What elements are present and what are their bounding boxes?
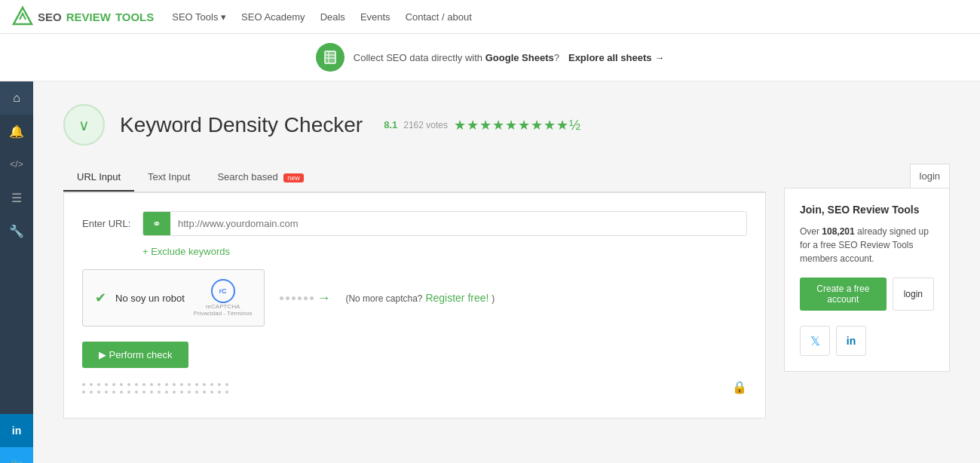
dots-pattern	[82, 383, 747, 394]
nav-deals[interactable]: Deals	[320, 11, 345, 23]
linkedin-login-button[interactable]: in	[836, 326, 866, 356]
url-icon-button[interactable]: ⚭	[143, 212, 170, 235]
recaptcha-brand: reCAPTCHA	[206, 303, 240, 310]
join-count: 108,201	[822, 226, 854, 237]
exclude-keywords-link[interactable]: + Exclude keywords	[142, 246, 230, 257]
brand-tools: TOOLS	[115, 11, 154, 23]
logo-icon	[12, 6, 33, 27]
captcha-check-icon: ✔	[95, 290, 106, 306]
twitter-icon: 🐦	[11, 458, 23, 463]
tab-search-based[interactable]: Search based new	[204, 164, 317, 192]
code-icon: </>	[10, 159, 23, 170]
tool-title: Keyword Density Checker	[120, 113, 363, 137]
url-label: Enter URL:	[82, 218, 135, 229]
content-area: URL Input Text Input Search based new En…	[63, 164, 950, 419]
tab-url-input[interactable]: URL Input	[63, 164, 134, 192]
captcha-row: ✔ No soy un robot rC reCAPTCHA Privacida…	[82, 269, 747, 327]
tool-form-area: URL Input Text Input Search based new En…	[63, 164, 766, 419]
join-text-post: already signed up for a free SEO Review …	[800, 226, 929, 264]
nav-contact[interactable]: Contact / about	[406, 11, 472, 23]
tab-text-input[interactable]: Text Input	[134, 164, 204, 192]
perform-check-button[interactable]: ▶ Perform check	[82, 342, 188, 368]
tool-icon-circle[interactable]: ∨	[63, 104, 105, 146]
sidebar-item-menu[interactable]: ☰	[0, 181, 33, 214]
sidebar-item-notifications[interactable]: 🔔	[0, 115, 33, 148]
url-input-group: ⚭	[142, 211, 747, 236]
nav-seo-tools[interactable]: SEO Tools ▾	[172, 11, 226, 23]
sidebar-item-code[interactable]: </>	[0, 148, 33, 181]
explore-sheets-button[interactable]: Explore all sheets →	[568, 52, 664, 63]
linkedin-icon: in	[12, 425, 21, 437]
brand-logo[interactable]: SEO REVIEW TOOLS	[12, 6, 154, 27]
new-badge: new	[283, 173, 304, 182]
captcha-label: No soy un robot	[115, 293, 185, 304]
login-button[interactable]: login	[893, 277, 934, 311]
tool-header: ∨ Keyword Density Checker 8.1 2162 votes…	[63, 104, 950, 146]
list-icon: ☰	[11, 191, 22, 205]
brand-review: REVIEW	[66, 11, 111, 23]
nav-seo-academy[interactable]: SEO Academy	[241, 11, 305, 23]
chevron-down-icon: ∨	[78, 116, 90, 134]
svg-rect-1	[325, 51, 335, 63]
captcha-logo: rC reCAPTCHA Privacidad - Términos	[194, 279, 253, 317]
captcha-arrow: →	[280, 290, 330, 306]
recaptcha-sub: Privacidad - Términos	[194, 310, 253, 317]
arrow-icon: →	[317, 290, 330, 306]
join-title: Join, SEO Review Tools	[800, 204, 934, 216]
layout: ⌂ 🔔 </> ☰ 🔧 in 🐦 ∨ Keyword Density Check…	[0, 81, 980, 463]
register-free-link[interactable]: Register free!	[425, 292, 488, 304]
right-panel: login Join, SEO Review Tools Over 108,20…	[784, 164, 950, 419]
banner-text: Collect SEO data directly with Google Sh…	[354, 52, 559, 63]
url-input-row: Enter URL: ⚭	[82, 211, 747, 236]
wrench-icon: 🔧	[9, 224, 24, 238]
twitter-logo-icon: 𝕏	[810, 334, 820, 348]
home-icon: ⌂	[13, 91, 20, 105]
sidebar-item-home[interactable]: ⌂	[0, 81, 33, 115]
rating-votes: 2162 votes	[403, 120, 448, 130]
nav-links: SEO Tools ▾ SEO Academy Deals Events Con…	[172, 11, 472, 23]
rating-score: 8.1	[384, 119, 397, 130]
nav-events[interactable]: Events	[360, 11, 390, 23]
join-buttons: Create a free account login	[800, 277, 934, 311]
twitter-login-button[interactable]: 𝕏	[800, 326, 830, 356]
join-text: Over 108,201 already signed up for a fre…	[800, 225, 934, 265]
lock-icon: 🔒	[732, 380, 747, 394]
login-tab: login	[784, 164, 950, 188]
dots-line	[280, 296, 314, 300]
tool-panel: Enter URL: ⚭ + Exclude keywords	[63, 192, 766, 419]
tool-rating: 8.1 2162 votes ★★★★★★★★★½	[384, 117, 581, 133]
captcha-box[interactable]: ✔ No soy un robot rC reCAPTCHA Privacida…	[82, 269, 265, 327]
star-rating: ★★★★★★★★★½	[454, 117, 581, 133]
exclude-keywords: + Exclude keywords	[142, 245, 747, 257]
no-captcha-text: (No more captcha? Register free! )	[345, 292, 495, 304]
login-tab-link[interactable]: login	[910, 164, 950, 188]
tabs: URL Input Text Input Search based new	[63, 164, 766, 192]
sheets-banner: Collect SEO data directly with Google Sh…	[0, 34, 980, 81]
create-account-button[interactable]: Create a free account	[800, 277, 887, 311]
recaptcha-icon: rC	[211, 279, 235, 303]
sidebar-item-twitter[interactable]: 🐦	[0, 447, 33, 463]
url-input[interactable]	[170, 212, 746, 235]
sidebar-item-linkedin[interactable]: in	[0, 414, 33, 447]
right-card: Join, SEO Review Tools Over 108,201 alre…	[784, 188, 950, 372]
link-icon: ⚭	[152, 218, 161, 230]
svg-marker-0	[14, 8, 32, 24]
brand-seo: SEO	[38, 11, 62, 23]
navbar: SEO REVIEW TOOLS SEO Tools ▾ SEO Academy…	[0, 0, 980, 34]
sidebar-item-tools[interactable]: 🔧	[0, 214, 33, 247]
sheets-icon	[316, 43, 345, 72]
sidebar: ⌂ 🔔 </> ☰ 🔧 in 🐦	[0, 81, 33, 463]
bell-icon: 🔔	[9, 124, 24, 139]
main-content: ∨ Keyword Density Checker 8.1 2162 votes…	[33, 81, 980, 463]
social-buttons: 𝕏 in	[800, 326, 934, 356]
linkedin-logo-icon: in	[847, 335, 856, 347]
